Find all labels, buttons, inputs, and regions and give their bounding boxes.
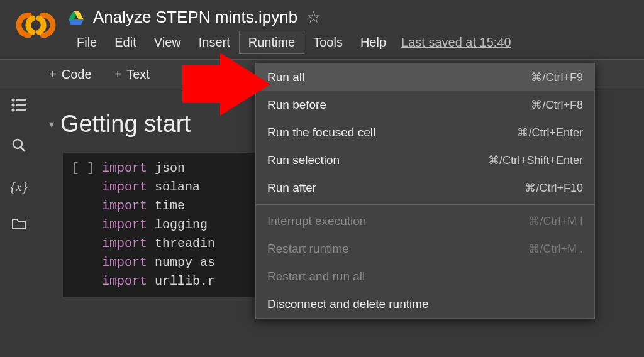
save-status[interactable]: Last saved at 15:40 xyxy=(401,35,511,50)
menu-insert[interactable]: Insert xyxy=(190,31,239,53)
title-row: Analyze STEPN mints.ipynb ☆ xyxy=(64,5,636,31)
code-content[interactable]: import jsonimport solanaimport timeimpor… xyxy=(102,159,215,291)
cell-run-gutter[interactable]: [ ] xyxy=(72,159,102,291)
menu-tools[interactable]: Tools xyxy=(304,31,352,53)
dropdown-item-shortcut: ⌘/Ctrl+F8 xyxy=(531,98,583,112)
search-icon[interactable] xyxy=(12,138,26,156)
add-code-label: Code xyxy=(62,67,92,82)
dropdown-item[interactable]: Run before⌘/Ctrl+F8 xyxy=(256,91,594,119)
menu-runtime[interactable]: Runtime xyxy=(239,31,304,54)
svg-line-10 xyxy=(21,147,25,151)
runtime-dropdown: Run all⌘/Ctrl+F9Run before⌘/Ctrl+F8Run t… xyxy=(255,63,595,319)
dropdown-item-label: Run the focused cell xyxy=(267,126,375,140)
colab-logo[interactable] xyxy=(8,5,64,38)
dropdown-item-shortcut: ⌘/Ctrl+M . xyxy=(528,242,583,256)
files-icon[interactable] xyxy=(12,217,26,234)
svg-marker-2 xyxy=(69,19,84,25)
dropdown-item: Restart and run all xyxy=(256,263,594,290)
dropdown-item[interactable]: Run selection⌘/Ctrl+Shift+Enter xyxy=(256,146,594,174)
svg-point-9 xyxy=(13,140,22,148)
dropdown-item-label: Run before xyxy=(267,98,326,112)
dropdown-item-shortcut: ⌘/Ctrl+F9 xyxy=(531,70,583,84)
dropdown-item: Interrupt execution⌘/Ctrl+M I xyxy=(256,207,594,235)
variables-icon[interactable]: {x} xyxy=(10,178,27,195)
header-bar: Analyze STEPN mints.ipynb ☆ File Edit Vi… xyxy=(0,0,644,59)
dropdown-item-shortcut: ⌘/Ctrl+Shift+Enter xyxy=(488,153,583,167)
dropdown-item-label: Disconnect and delete runtime xyxy=(267,297,429,311)
dropdown-item-label: Restart runtime xyxy=(267,242,349,256)
dropdown-item[interactable]: Run the focused cell⌘/Ctrl+Enter xyxy=(256,119,594,146)
plus-icon: + xyxy=(114,67,122,82)
menu-file[interactable]: File xyxy=(68,31,106,53)
plus-icon: + xyxy=(49,67,57,82)
dropdown-item-label: Run selection xyxy=(267,153,340,167)
menu-view[interactable]: View xyxy=(145,31,190,53)
collapse-icon[interactable]: ▾ xyxy=(49,118,54,130)
dropdown-item-shortcut: ⌘/Ctrl+F10 xyxy=(525,181,583,195)
dropdown-separator xyxy=(256,204,594,205)
add-code-button[interactable]: + Code xyxy=(38,67,103,82)
menu-help[interactable]: Help xyxy=(352,31,395,53)
section-title: Getting start xyxy=(60,111,191,138)
drive-icon xyxy=(68,11,84,25)
left-sidebar: {x} xyxy=(0,89,38,357)
dropdown-item[interactable]: Run all⌘/Ctrl+F9 xyxy=(256,63,594,91)
dropdown-item-label: Interrupt execution xyxy=(267,214,366,228)
svg-point-7 xyxy=(12,109,14,111)
dropdown-item-shortcut: ⌘/Ctrl+Enter xyxy=(517,126,583,140)
svg-point-3 xyxy=(12,99,14,101)
star-icon[interactable]: ☆ xyxy=(306,8,321,27)
dropdown-item-label: Run all xyxy=(267,70,304,84)
dropdown-item-label: Restart and run all xyxy=(267,270,365,283)
dropdown-item: Restart runtime⌘/Ctrl+M . xyxy=(256,235,594,263)
toc-icon[interactable] xyxy=(11,98,26,116)
document-title[interactable]: Analyze STEPN mints.ipynb xyxy=(93,8,297,27)
menu-edit[interactable]: Edit xyxy=(106,31,145,53)
dropdown-item[interactable]: Disconnect and delete runtime xyxy=(256,290,594,318)
svg-point-5 xyxy=(12,104,14,106)
dropdown-item-label: Run after xyxy=(267,181,316,195)
dropdown-item[interactable]: Run after⌘/Ctrl+F10 xyxy=(256,174,594,202)
menu-bar: File Edit View Insert Runtime Tools Help… xyxy=(64,31,636,59)
add-text-button[interactable]: + Text xyxy=(103,67,161,82)
add-text-label: Text xyxy=(126,67,150,82)
dropdown-item-shortcut: ⌘/Ctrl+M I xyxy=(528,214,583,228)
